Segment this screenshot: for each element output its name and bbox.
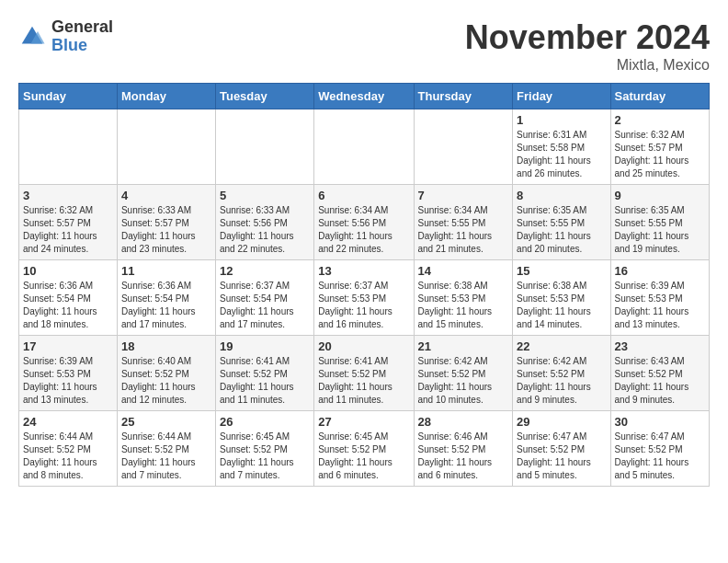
calendar-week-row: 17Sunrise: 6:39 AM Sunset: 5:53 PM Dayli… (19, 336, 710, 411)
day-number: 21 (418, 339, 509, 353)
day-number: 17 (23, 339, 113, 353)
calendar-cell: 22Sunrise: 6:42 AM Sunset: 5:52 PM Dayli… (513, 336, 610, 411)
calendar-cell: 23Sunrise: 6:43 AM Sunset: 5:52 PM Dayli… (610, 336, 709, 411)
calendar-cell: 2Sunrise: 6:32 AM Sunset: 5:57 PM Daylig… (610, 109, 709, 185)
calendar-week-row: 1Sunrise: 6:31 AM Sunset: 5:58 PM Daylig… (19, 109, 710, 185)
day-info: Sunrise: 6:47 AM Sunset: 5:52 PM Dayligh… (517, 431, 606, 482)
day-info: Sunrise: 6:41 AM Sunset: 5:52 PM Dayligh… (318, 355, 409, 407)
calendar-cell: 7Sunrise: 6:34 AM Sunset: 5:55 PM Daylig… (414, 185, 513, 260)
calendar-cell: 19Sunrise: 6:41 AM Sunset: 5:52 PM Dayli… (215, 336, 313, 411)
weekday-header: Monday (117, 84, 215, 109)
calendar-cell: 6Sunrise: 6:34 AM Sunset: 5:56 PM Daylig… (314, 185, 414, 260)
day-number: 9 (615, 189, 705, 202)
day-number: 10 (23, 264, 113, 278)
calendar-cell: 27Sunrise: 6:45 AM Sunset: 5:52 PM Dayli… (314, 411, 414, 487)
title-area: November 2024 Mixtla, Mexico (465, 18, 710, 74)
calendar-cell (117, 109, 215, 185)
weekday-header: Thursday (414, 84, 513, 109)
day-number: 1 (517, 113, 606, 127)
calendar-cell: 13Sunrise: 6:37 AM Sunset: 5:53 PM Dayli… (314, 260, 414, 336)
day-info: Sunrise: 6:38 AM Sunset: 5:53 PM Dayligh… (418, 280, 509, 331)
day-number: 7 (418, 189, 509, 202)
day-info: Sunrise: 6:34 AM Sunset: 5:56 PM Dayligh… (318, 204, 409, 256)
day-info: Sunrise: 6:37 AM Sunset: 5:54 PM Dayligh… (220, 280, 310, 331)
day-number: 6 (318, 189, 409, 202)
weekday-header: Friday (513, 84, 610, 109)
day-number: 18 (121, 339, 211, 353)
calendar-week-row: 3Sunrise: 6:32 AM Sunset: 5:57 PM Daylig… (19, 185, 710, 260)
calendar-cell: 8Sunrise: 6:35 AM Sunset: 5:55 PM Daylig… (513, 185, 610, 260)
weekday-header: Tuesday (215, 84, 313, 109)
day-number: 11 (121, 264, 211, 278)
day-number: 2 (615, 113, 705, 127)
day-number: 20 (318, 339, 409, 353)
day-number: 29 (517, 415, 606, 429)
day-info: Sunrise: 6:44 AM Sunset: 5:52 PM Dayligh… (23, 431, 113, 482)
day-number: 13 (318, 264, 409, 278)
day-number: 30 (615, 415, 705, 429)
calendar-cell: 21Sunrise: 6:42 AM Sunset: 5:52 PM Dayli… (414, 336, 513, 411)
day-number: 19 (220, 339, 310, 353)
day-info: Sunrise: 6:31 AM Sunset: 5:58 PM Dayligh… (517, 129, 606, 180)
month-title: November 2024 (465, 18, 710, 57)
day-number: 26 (220, 415, 310, 429)
day-info: Sunrise: 6:46 AM Sunset: 5:52 PM Dayligh… (418, 431, 509, 482)
calendar-cell: 14Sunrise: 6:38 AM Sunset: 5:53 PM Dayli… (414, 260, 513, 336)
calendar-cell: 16Sunrise: 6:39 AM Sunset: 5:53 PM Dayli… (610, 260, 709, 336)
logo-blue: Blue (51, 37, 113, 55)
calendar-cell: 10Sunrise: 6:36 AM Sunset: 5:54 PM Dayli… (19, 260, 118, 336)
day-info: Sunrise: 6:32 AM Sunset: 5:57 PM Dayligh… (23, 204, 113, 256)
weekday-header: Wednesday (314, 84, 414, 109)
calendar-cell: 24Sunrise: 6:44 AM Sunset: 5:52 PM Dayli… (19, 411, 118, 487)
calendar-cell (215, 109, 313, 185)
day-number: 28 (418, 415, 509, 429)
day-info: Sunrise: 6:36 AM Sunset: 5:54 PM Dayligh… (121, 280, 211, 331)
day-number: 22 (517, 339, 606, 353)
day-info: Sunrise: 6:35 AM Sunset: 5:55 PM Dayligh… (615, 204, 705, 256)
calendar-cell: 29Sunrise: 6:47 AM Sunset: 5:52 PM Dayli… (513, 411, 610, 487)
calendar-cell: 28Sunrise: 6:46 AM Sunset: 5:52 PM Dayli… (414, 411, 513, 487)
day-number: 16 (615, 264, 705, 278)
day-info: Sunrise: 6:33 AM Sunset: 5:56 PM Dayligh… (220, 204, 310, 256)
day-info: Sunrise: 6:37 AM Sunset: 5:53 PM Dayligh… (318, 280, 409, 331)
day-info: Sunrise: 6:44 AM Sunset: 5:52 PM Dayligh… (121, 431, 211, 482)
day-number: 15 (517, 264, 606, 278)
logo-general: General (51, 18, 113, 37)
calendar-cell: 3Sunrise: 6:32 AM Sunset: 5:57 PM Daylig… (19, 185, 118, 260)
calendar-cell (19, 109, 118, 185)
calendar-week-row: 24Sunrise: 6:44 AM Sunset: 5:52 PM Dayli… (19, 411, 710, 487)
calendar-cell: 1Sunrise: 6:31 AM Sunset: 5:58 PM Daylig… (513, 109, 610, 185)
day-info: Sunrise: 6:45 AM Sunset: 5:52 PM Dayligh… (318, 431, 409, 482)
calendar-week-row: 10Sunrise: 6:36 AM Sunset: 5:54 PM Dayli… (19, 260, 710, 336)
calendar-table: SundayMondayTuesdayWednesdayThursdayFrid… (18, 83, 710, 487)
calendar-cell (314, 109, 414, 185)
weekday-header: Saturday (610, 84, 709, 109)
calendar-cell: 30Sunrise: 6:47 AM Sunset: 5:52 PM Dayli… (610, 411, 709, 487)
day-info: Sunrise: 6:42 AM Sunset: 5:52 PM Dayligh… (517, 355, 606, 407)
calendar-cell: 4Sunrise: 6:33 AM Sunset: 5:57 PM Daylig… (117, 185, 215, 260)
calendar-cell: 9Sunrise: 6:35 AM Sunset: 5:55 PM Daylig… (610, 185, 709, 260)
day-info: Sunrise: 6:45 AM Sunset: 5:52 PM Dayligh… (220, 431, 310, 482)
day-info: Sunrise: 6:32 AM Sunset: 5:57 PM Dayligh… (615, 129, 705, 180)
day-info: Sunrise: 6:34 AM Sunset: 5:55 PM Dayligh… (418, 204, 509, 256)
page-header: General Blue November 2024 Mixtla, Mexic… (18, 18, 710, 74)
day-number: 23 (615, 339, 705, 353)
day-info: Sunrise: 6:42 AM Sunset: 5:52 PM Dayligh… (418, 355, 509, 407)
logo-icon (18, 23, 46, 51)
day-number: 27 (318, 415, 409, 429)
calendar-cell: 26Sunrise: 6:45 AM Sunset: 5:52 PM Dayli… (215, 411, 313, 487)
day-info: Sunrise: 6:47 AM Sunset: 5:52 PM Dayligh… (615, 431, 705, 482)
day-number: 24 (23, 415, 113, 429)
calendar-cell: 20Sunrise: 6:41 AM Sunset: 5:52 PM Dayli… (314, 336, 414, 411)
location-subtitle: Mixtla, Mexico (465, 57, 710, 74)
calendar-cell: 15Sunrise: 6:38 AM Sunset: 5:53 PM Dayli… (513, 260, 610, 336)
day-info: Sunrise: 6:39 AM Sunset: 5:53 PM Dayligh… (615, 280, 705, 331)
day-number: 5 (220, 189, 310, 202)
calendar-cell: 11Sunrise: 6:36 AM Sunset: 5:54 PM Dayli… (117, 260, 215, 336)
day-info: Sunrise: 6:40 AM Sunset: 5:52 PM Dayligh… (121, 355, 211, 407)
day-number: 4 (121, 189, 211, 202)
day-number: 25 (121, 415, 211, 429)
day-info: Sunrise: 6:35 AM Sunset: 5:55 PM Dayligh… (517, 204, 606, 256)
logo-text: General Blue (51, 18, 113, 55)
calendar-cell: 17Sunrise: 6:39 AM Sunset: 5:53 PM Dayli… (19, 336, 118, 411)
